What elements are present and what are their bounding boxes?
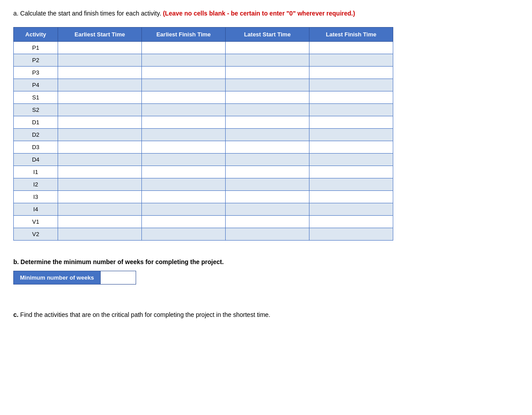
cell-input-0[interactable] bbox=[58, 228, 142, 241]
cell-input-1[interactable] bbox=[142, 166, 226, 178]
input-field[interactable] bbox=[230, 119, 305, 126]
cell-input-3[interactable] bbox=[309, 228, 393, 241]
input-field[interactable] bbox=[63, 169, 137, 175]
cell-input-0[interactable] bbox=[58, 104, 142, 116]
min-weeks-input[interactable] bbox=[101, 271, 136, 285]
cell-input-2[interactable] bbox=[226, 104, 309, 116]
input-field[interactable] bbox=[63, 69, 137, 76]
cell-input-3[interactable] bbox=[309, 203, 393, 216]
input-field[interactable] bbox=[146, 181, 221, 188]
input-field[interactable] bbox=[230, 206, 305, 213]
input-field[interactable] bbox=[63, 131, 137, 138]
cell-input-1[interactable] bbox=[142, 178, 226, 191]
input-field[interactable] bbox=[63, 44, 137, 51]
input-field[interactable] bbox=[314, 44, 388, 51]
input-field[interactable] bbox=[314, 194, 388, 200]
cell-input-0[interactable] bbox=[58, 216, 142, 228]
input-field[interactable] bbox=[314, 144, 388, 150]
cell-input-3[interactable] bbox=[309, 154, 393, 166]
cell-input-1[interactable] bbox=[142, 129, 226, 141]
input-field[interactable] bbox=[146, 231, 221, 237]
cell-input-3[interactable] bbox=[309, 54, 393, 67]
input-field[interactable] bbox=[230, 69, 305, 76]
input-field[interactable] bbox=[63, 218, 137, 225]
input-field[interactable] bbox=[230, 82, 305, 88]
cell-input-3[interactable] bbox=[309, 42, 393, 54]
input-field[interactable] bbox=[146, 194, 221, 200]
cell-input-2[interactable] bbox=[226, 166, 309, 178]
cell-input-1[interactable] bbox=[142, 91, 226, 104]
input-field[interactable] bbox=[230, 181, 305, 188]
input-field[interactable] bbox=[146, 69, 221, 76]
input-field[interactable] bbox=[314, 218, 388, 225]
cell-input-2[interactable] bbox=[226, 216, 309, 228]
input-field[interactable] bbox=[63, 194, 137, 200]
input-field[interactable] bbox=[230, 144, 305, 150]
cell-input-3[interactable] bbox=[309, 91, 393, 104]
cell-input-1[interactable] bbox=[142, 228, 226, 241]
input-field[interactable] bbox=[146, 82, 221, 88]
input-field[interactable] bbox=[314, 181, 388, 188]
input-field[interactable] bbox=[230, 194, 305, 200]
cell-input-1[interactable] bbox=[142, 116, 226, 129]
input-field[interactable] bbox=[146, 156, 221, 163]
cell-input-0[interactable] bbox=[58, 191, 142, 203]
input-field[interactable] bbox=[314, 82, 388, 88]
input-field[interactable] bbox=[314, 156, 388, 163]
cell-input-2[interactable] bbox=[226, 129, 309, 141]
cell-input-3[interactable] bbox=[309, 116, 393, 129]
input-field[interactable] bbox=[230, 44, 305, 51]
input-field[interactable] bbox=[146, 144, 221, 150]
cell-input-2[interactable] bbox=[226, 91, 309, 104]
input-field[interactable] bbox=[63, 181, 137, 188]
cell-input-1[interactable] bbox=[142, 203, 226, 216]
cell-input-1[interactable] bbox=[142, 67, 226, 79]
input-field[interactable] bbox=[146, 169, 221, 175]
input-field[interactable] bbox=[63, 107, 137, 113]
input-field[interactable] bbox=[230, 169, 305, 175]
input-field[interactable] bbox=[314, 94, 388, 101]
cell-input-0[interactable] bbox=[58, 116, 142, 129]
cell-input-2[interactable] bbox=[226, 67, 309, 79]
input-field[interactable] bbox=[63, 57, 137, 63]
cell-input-0[interactable] bbox=[58, 166, 142, 178]
input-field[interactable] bbox=[230, 156, 305, 163]
cell-input-3[interactable] bbox=[309, 141, 393, 154]
input-field[interactable] bbox=[146, 131, 221, 138]
cell-input-2[interactable] bbox=[226, 79, 309, 91]
cell-input-3[interactable] bbox=[309, 166, 393, 178]
cell-input-2[interactable] bbox=[226, 42, 309, 54]
cell-input-3[interactable] bbox=[309, 129, 393, 141]
input-field[interactable] bbox=[314, 231, 388, 237]
input-field[interactable] bbox=[63, 206, 137, 213]
cell-input-0[interactable] bbox=[58, 178, 142, 191]
input-field[interactable] bbox=[314, 57, 388, 63]
cell-input-1[interactable] bbox=[142, 216, 226, 228]
cell-input-2[interactable] bbox=[226, 191, 309, 203]
cell-input-0[interactable] bbox=[58, 203, 142, 216]
cell-input-3[interactable] bbox=[309, 104, 393, 116]
cell-input-2[interactable] bbox=[226, 154, 309, 166]
cell-input-0[interactable] bbox=[58, 91, 142, 104]
input-field[interactable] bbox=[230, 94, 305, 101]
input-field[interactable] bbox=[314, 69, 388, 76]
cell-input-1[interactable] bbox=[142, 42, 226, 54]
cell-input-1[interactable] bbox=[142, 104, 226, 116]
cell-input-2[interactable] bbox=[226, 141, 309, 154]
cell-input-2[interactable] bbox=[226, 178, 309, 191]
cell-input-0[interactable] bbox=[58, 129, 142, 141]
cell-input-1[interactable] bbox=[142, 54, 226, 67]
input-field[interactable] bbox=[146, 94, 221, 101]
input-field[interactable] bbox=[314, 169, 388, 175]
cell-input-0[interactable] bbox=[58, 54, 142, 67]
input-field[interactable] bbox=[146, 206, 221, 213]
input-field[interactable] bbox=[146, 218, 221, 225]
input-field[interactable] bbox=[146, 44, 221, 51]
cell-input-2[interactable] bbox=[226, 203, 309, 216]
input-field[interactable] bbox=[63, 156, 137, 163]
input-field[interactable] bbox=[63, 94, 137, 101]
cell-input-3[interactable] bbox=[309, 67, 393, 79]
input-field[interactable] bbox=[63, 82, 137, 88]
cell-input-1[interactable] bbox=[142, 79, 226, 91]
input-field[interactable] bbox=[63, 144, 137, 150]
